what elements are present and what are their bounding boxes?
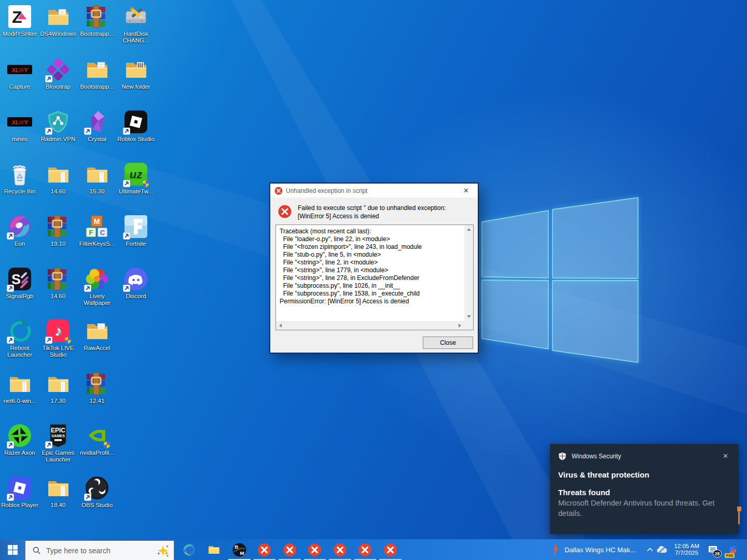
desktop-icon-label: SignalRgb: [1, 293, 39, 300]
fortnite-icon: [123, 214, 148, 239]
desktop-icon-17-30[interactable]: 17.30: [39, 371, 77, 404]
action-center-button[interactable]: 28: [704, 539, 722, 560]
desktop-icon-19-10[interactable]: 19.10: [39, 214, 77, 247]
desktop-icon-roblox-studio[interactable]: Roblox Studio: [117, 109, 155, 143]
desktop-icon-label: Roblox Player: [1, 502, 39, 509]
traceback-textbox[interactable]: Traceback (most recent call last): File …: [275, 225, 474, 330]
toast-close-icon[interactable]: ✕: [720, 451, 731, 461]
dialog-titlebar[interactable]: Unhandled exception in script ✕: [270, 184, 478, 198]
desktop-icon-net6-0-win[interactable]: net6.0-win...: [1, 371, 39, 404]
signalrgb-icon: S: [7, 267, 32, 291]
taskbar-error-window-3[interactable]: [302, 539, 328, 560]
desktop-icon-capture[interactable]: XLWYCapture: [1, 57, 39, 90]
desktop-icon-label: Reboot Launcher: [1, 345, 39, 358]
scroll-down-icon[interactable]: [464, 312, 473, 321]
desktop-icon-label: 14.60: [39, 188, 77, 195]
desktop-icon-eon[interactable]: Eon: [1, 214, 39, 247]
desktop-icon-roblox-player[interactable]: Roblox Player: [1, 475, 39, 509]
desktop-icon-signalrgb[interactable]: SSignalRgb: [1, 267, 39, 300]
desktop-icon-14-60[interactable]: 14.60: [39, 267, 77, 300]
desktop-icon-recycle-bin[interactable]: Recycle Bin: [1, 162, 39, 195]
desktop-icon-label: 15.30: [78, 188, 116, 195]
desktop-icon-ultimatetw[interactable]: uzUltimateTw...: [117, 162, 155, 195]
onedrive-icon[interactable]: [655, 539, 669, 560]
desktop-icon-tiktok-live-studio[interactable]: ♪♪TikTok LIVE Studio: [39, 318, 77, 358]
capture-icon: XLWY: [7, 57, 32, 82]
desktop-icon-label: TikTok LIVE Studio: [39, 345, 77, 358]
desktop-icon-crystal[interactable]: Crystal: [78, 109, 116, 143]
search-highlights-icon[interactable]: [156, 544, 170, 557]
rawaccel-icon: [85, 318, 109, 343]
traceback-text: Traceback (most recent call last): File …: [276, 225, 464, 321]
taskbar: Type here to search BM Dallas Wings HC M…: [0, 539, 747, 560]
new-folder-icon: [123, 57, 148, 82]
scroll-right-icon[interactable]: [455, 321, 464, 330]
harddisk-chang-icon: [123, 4, 148, 29]
taskbar-error-window-6[interactable]: [378, 539, 403, 560]
shortcut-arrow-icon: [123, 128, 130, 135]
taskbar-edge-button[interactable]: [176, 539, 202, 560]
desktop-icon-12-41[interactable]: 12.41: [78, 371, 116, 404]
14-60-icon: [46, 162, 71, 187]
desktop-icon-rawaccel[interactable]: RawAccel: [78, 318, 116, 352]
desktop-icon-bootstrapp[interactable]: Bootstrapp...: [78, 57, 116, 90]
svg-text:XLWY: XLWY: [11, 67, 29, 73]
desktop-icon-14-60[interactable]: 14.60: [39, 162, 77, 195]
bootstrapp-icon: [85, 57, 109, 82]
desktop-icon-lively-wallpaper[interactable]: Lively Wallpaper: [78, 267, 116, 306]
desktop-icon-ds4windows[interactable]: DS4Windows: [39, 4, 77, 37]
desktop-icon-fortnite[interactable]: Fortnite: [117, 214, 155, 247]
desktop-icon-new-folder[interactable]: New folder: [117, 57, 155, 90]
desktop-icon-15-30[interactable]: 15.30: [78, 162, 116, 195]
vertical-scrollbar[interactable]: [464, 225, 473, 321]
desktop-icon-label: Lively Wallpaper: [78, 293, 116, 306]
taskbar-error-window-5[interactable]: [353, 539, 378, 560]
desktop-icon-label: 18.40: [39, 502, 77, 509]
dialog-close-icon[interactable]: ✕: [454, 184, 478, 198]
desktop-icon-nvidiaprofil[interactable]: nvidiaProfil...: [78, 423, 116, 456]
desktop-icon-18-40[interactable]: 18.40: [39, 475, 77, 509]
desktop-icon-label: Bootstrapp...: [78, 83, 116, 90]
horizontal-scrollbar[interactable]: [276, 321, 464, 330]
scroll-up-icon[interactable]: [464, 225, 473, 234]
taskbar-bm-app-button[interactable]: BM: [227, 539, 252, 560]
desktop-icon-razer-axon[interactable]: Razer Axon: [1, 423, 39, 456]
desktop-icon-label: 14.60: [39, 293, 77, 300]
shortcut-arrow-icon: [123, 285, 130, 292]
shortcut-arrow-icon: [84, 494, 91, 501]
toast-heading: Virus & threat protection: [550, 461, 739, 479]
shortcut-arrow-icon: [84, 285, 91, 292]
shortcut-arrow-icon: [7, 285, 14, 292]
taskbar-explorer-button[interactable]: [202, 539, 227, 560]
news-and-interests[interactable]: Dallas Wings HC Mak...: [549, 539, 641, 560]
taskbar-error-window-4[interactable]: [327, 539, 353, 560]
desktop-icon-radmin-vpn[interactable]: Radmin VPN: [39, 109, 77, 143]
desktop-icon-bootstrapp[interactable]: Bootstrapp...: [78, 4, 116, 37]
taskbar-clock[interactable]: 12:05 AM 7/7/2025: [669, 543, 704, 557]
close-button[interactable]: Close: [423, 337, 473, 349]
mines-icon: XLWY: [7, 109, 32, 134]
desktop-icon-harddisk-chang[interactable]: HardDisk CHANG...: [117, 4, 155, 44]
desktop-icon-label: UltimateTw...: [117, 188, 155, 195]
script-error-window-icon: [358, 543, 372, 557]
desktop-icon-modifyst4ter[interactable]: ZModifYSt4ter: [1, 4, 39, 37]
desktop-icon-epic-games-launcher[interactable]: EPICGAMESEpic Games Launcher: [39, 423, 77, 463]
desktop-icon-bloxstrap[interactable]: Bloxstrap: [39, 57, 77, 90]
taskbar-error-window-1[interactable]: [252, 539, 278, 560]
uac-shield-icon: [142, 180, 149, 187]
desktop-icon-discord[interactable]: Discord: [117, 267, 155, 300]
script-error-window-icon: [283, 543, 297, 557]
net6-0-win-icon: [7, 371, 32, 396]
scroll-left-icon[interactable]: [276, 321, 285, 330]
roblox-studio-icon: [123, 109, 148, 134]
desktop-icon-obs-studio[interactable]: OBS Studio: [78, 475, 116, 509]
search-box[interactable]: Type here to search: [25, 540, 174, 560]
copilot-button[interactable]: PRE: [724, 539, 741, 560]
windows-security-toast[interactable]: Windows Security ✕ Virus & threat protec…: [550, 444, 739, 534]
show-hidden-icons-chevron[interactable]: [645, 539, 655, 560]
start-button[interactable]: [0, 539, 25, 560]
desktop-icon-mines[interactable]: XLWYmines: [1, 109, 39, 143]
taskbar-error-window-2[interactable]: [277, 539, 302, 560]
desktop-icon-filterkeyss[interactable]: MFCFilterKeysS...: [78, 214, 116, 247]
desktop-icon-reboot-launcher[interactable]: Reboot Launcher: [1, 318, 39, 358]
